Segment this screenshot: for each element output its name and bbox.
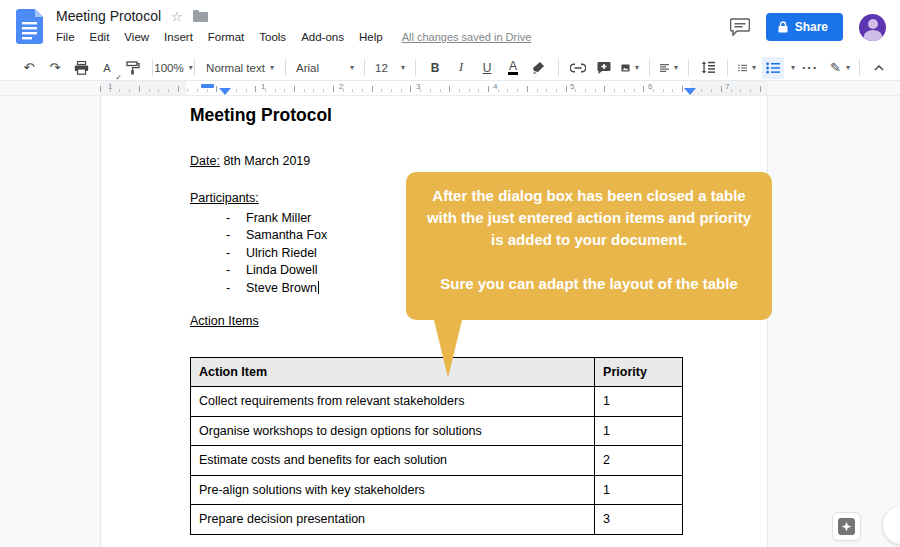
editing-mode-button[interactable]: ✎ ▾ xyxy=(829,57,851,79)
bulleted-list-button[interactable] xyxy=(762,57,784,79)
list-item: - Samantha Fox xyxy=(190,227,327,245)
menu-insert[interactable]: Insert xyxy=(164,31,193,43)
cell-priority: 3 xyxy=(595,505,683,535)
save-status-link[interactable]: All changes saved in Drive xyxy=(402,31,532,43)
add-comment-icon[interactable] xyxy=(593,57,615,79)
italic-button[interactable]: I xyxy=(450,57,472,79)
docs-logo-icon[interactable] xyxy=(16,9,43,44)
print-icon[interactable] xyxy=(70,57,92,79)
menu-tools[interactable]: Tools xyxy=(259,31,286,43)
ruler-number: 1 xyxy=(108,82,112,91)
column-header-priority: Priority xyxy=(595,358,683,387)
column-header-action-item: Action Item xyxy=(191,358,595,387)
right-indent-marker[interactable] xyxy=(684,88,696,95)
tooltip-pointer xyxy=(433,316,463,378)
account-avatar[interactable] xyxy=(859,14,886,41)
action-items-table[interactable]: Action Item Priority Collect requirement… xyxy=(190,357,683,535)
table-row: Organise workshops to design options for… xyxy=(191,416,683,446)
font-size-select[interactable]: 12 ▾ xyxy=(373,57,407,79)
tooltip-callout: After the dialog box has been closed a t… xyxy=(406,172,772,320)
first-line-indent-marker[interactable] xyxy=(201,84,214,88)
cell-action-item: Collect requirements from relevant stake… xyxy=(191,387,595,417)
align-button[interactable]: ▾ xyxy=(658,57,680,79)
font-select[interactable]: Arial ▾ xyxy=(294,57,356,79)
participants-label: Participants: xyxy=(190,191,259,205)
toolbar-separator xyxy=(859,59,860,76)
star-icon[interactable]: ☆ xyxy=(171,9,183,24)
participant-name: Ulrich Riedel xyxy=(246,246,317,260)
styles-select[interactable]: Normal text ▾ xyxy=(203,57,277,79)
document-canvas: Meeting Protocol Date: 8th March 2019 Pa… xyxy=(0,96,900,547)
chevron-down-icon[interactable]: ▾ xyxy=(791,63,795,72)
toolbar-separator xyxy=(194,59,195,76)
more-options-button[interactable]: ··· xyxy=(799,57,821,79)
title-area: Meeting Protocol ☆ File Edit View Insert… xyxy=(56,8,730,43)
insert-link-icon[interactable] xyxy=(567,57,589,79)
menu-addons[interactable]: Add-ons xyxy=(301,31,344,43)
menu-help[interactable]: Help xyxy=(359,31,383,43)
action-items-label: Action Items xyxy=(190,314,259,328)
explore-button[interactable] xyxy=(832,512,861,541)
text-color-letter: A xyxy=(508,61,518,75)
toolbar-separator xyxy=(152,59,153,76)
list-bullet: - xyxy=(190,246,246,260)
left-indent-marker[interactable] xyxy=(219,88,231,95)
menu-file[interactable]: File xyxy=(56,31,75,43)
document-title[interactable]: Meeting Protocol xyxy=(56,8,161,24)
fab-edge xyxy=(882,505,900,545)
list-bullet: - xyxy=(190,263,246,277)
highlight-color-icon[interactable] xyxy=(528,57,550,79)
document-page[interactable]: Meeting Protocol Date: 8th March 2019 Pa… xyxy=(100,96,768,547)
share-button[interactable]: Share xyxy=(766,13,843,41)
bold-button[interactable]: B xyxy=(424,57,446,79)
ruler-number: 5 xyxy=(570,82,574,91)
list-bullet: - xyxy=(190,228,246,242)
comments-icon[interactable] xyxy=(730,18,750,36)
toolbar-separator xyxy=(364,59,365,76)
cell-priority: 1 xyxy=(595,387,683,417)
date-label: Date: xyxy=(190,154,220,168)
participants-list: - Frank Miller - Samantha Fox - Ulrich R… xyxy=(190,209,327,297)
insert-image-button[interactable]: ▾ xyxy=(619,57,641,79)
menu-format[interactable]: Format xyxy=(208,31,244,43)
move-to-folder-icon[interactable] xyxy=(193,10,208,22)
toolbar-separator xyxy=(558,59,559,76)
zoom-value: 100% xyxy=(154,62,183,74)
table-row: Pre-align solutions with key stakeholder… xyxy=(191,475,683,505)
participant-name: Linda Dowell xyxy=(246,263,318,277)
list-item: - Linda Dowell xyxy=(190,262,327,280)
font-value: Arial xyxy=(296,62,319,74)
line-spacing-icon[interactable] xyxy=(697,57,719,79)
toolbar-separator xyxy=(649,59,650,76)
menu-view[interactable]: View xyxy=(124,31,149,43)
chevron-down-icon: ▾ xyxy=(350,63,354,72)
participant-name: Samantha Fox xyxy=(246,228,327,242)
toolbar: ↶ ↷ A ✓ 100% ▾ Normal text xyxy=(0,55,900,81)
table-row: Prepare decision presentation 3 xyxy=(191,505,683,535)
chevron-down-icon: ▾ xyxy=(189,63,193,72)
ruler-number: 2 xyxy=(339,82,343,91)
paint-format-icon[interactable] xyxy=(122,57,144,79)
chevron-down-icon: ▾ xyxy=(846,63,850,72)
numbered-list-button[interactable]: ▾ xyxy=(736,57,758,79)
undo-icon[interactable]: ↶ xyxy=(18,57,40,79)
list-bullet: - xyxy=(190,211,246,225)
header-right: Share xyxy=(730,13,886,41)
ruler-number: 3 xyxy=(416,82,420,91)
explore-icon xyxy=(838,518,855,535)
list-item: - Ulrich Riedel xyxy=(190,244,327,262)
spellcheck-icon[interactable]: A ✓ xyxy=(96,57,118,79)
chevron-down-icon: ▾ xyxy=(270,63,274,72)
ruler-number: 7 xyxy=(725,82,729,91)
google-docs-window: Meeting Protocol ☆ File Edit View Insert… xyxy=(0,0,900,547)
underline-button[interactable]: U xyxy=(476,57,498,79)
text-color-button[interactable]: A xyxy=(502,57,524,79)
spellcheck-letter: A xyxy=(103,62,110,74)
cell-priority: 2 xyxy=(595,446,683,476)
zoom-select[interactable]: 100% ▾ xyxy=(161,57,186,79)
ruler[interactable]: 1 1 2 3 4 5 6 7 xyxy=(0,81,900,96)
hide-menus-button[interactable] xyxy=(868,57,890,79)
redo-icon[interactable]: ↷ xyxy=(44,57,66,79)
menu-edit[interactable]: Edit xyxy=(90,31,110,43)
toolbar-separator xyxy=(727,59,728,76)
